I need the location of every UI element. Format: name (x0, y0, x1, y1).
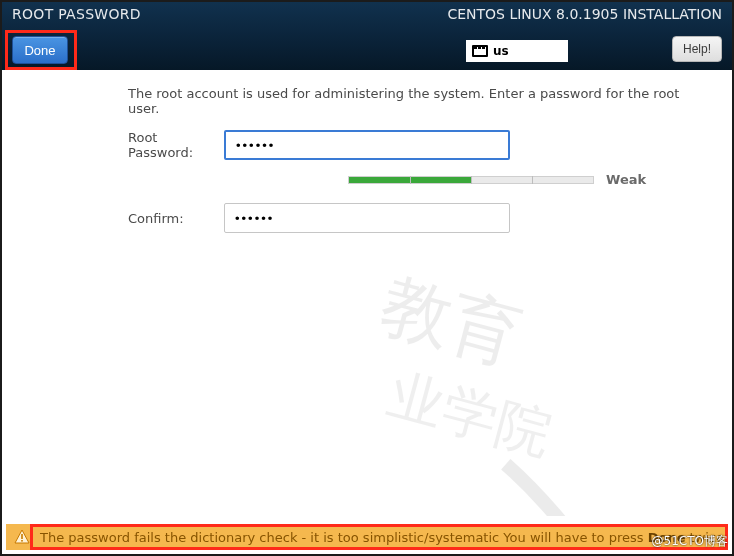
keyboard-layout-label: us (493, 44, 509, 58)
intro-text: The root account is used for administeri… (128, 86, 708, 116)
header-bar: ROOT PASSWORD CENTOS LINUX 8.0.1905 INST… (0, 0, 734, 70)
svg-rect-2 (21, 534, 23, 539)
help-button[interactable]: Help! (672, 36, 722, 62)
root-password-input[interactable] (224, 130, 510, 160)
install-title: CENTOS LINUX 8.0.1905 INSTALLATION (447, 6, 722, 22)
password-strength-row: Weak (348, 172, 708, 187)
svg-text:业学院: 业学院 (382, 362, 558, 467)
done-button[interactable]: Done (12, 36, 68, 64)
confirm-password-input[interactable] (224, 203, 510, 233)
warning-icon (14, 529, 30, 545)
root-password-label: Root Password: (26, 130, 224, 160)
password-strength-label: Weak (606, 172, 646, 187)
root-password-row: Root Password: (26, 130, 708, 160)
attribution-text: @51CTO博客 (652, 533, 728, 550)
warning-text: The password fails the dictionary check … (40, 530, 728, 545)
password-strength-meter (348, 176, 594, 184)
svg-text:教育: 教育 (373, 266, 529, 379)
page-title: ROOT PASSWORD (12, 6, 141, 22)
svg-rect-3 (21, 540, 23, 542)
confirm-password-row: Confirm: (26, 203, 708, 233)
main-content: The root account is used for administeri… (0, 80, 734, 245)
warning-bar: The password fails the dictionary check … (6, 524, 728, 550)
confirm-password-label: Confirm: (26, 211, 224, 226)
keyboard-layout-selector[interactable]: us (466, 40, 568, 62)
keyboard-icon (472, 45, 488, 57)
watermark: 教育 业学院 (324, 266, 644, 516)
